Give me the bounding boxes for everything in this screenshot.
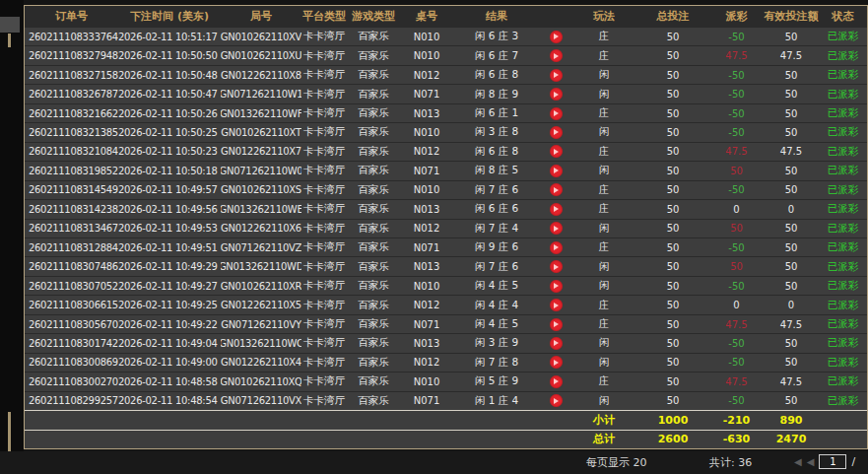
replay-play-button[interactable] [550, 222, 563, 235]
grand-total-spacer [25, 431, 571, 448]
cell-game-type: 百家乐 [347, 123, 400, 141]
replay-play-button[interactable] [550, 88, 563, 101]
cell-game-number: GN013262110WE [221, 200, 301, 218]
cell-bet-time: 2026-02-11 10:50:26 [118, 104, 221, 122]
cell-order-number: 260211108299257 [25, 392, 118, 410]
replay-play-button[interactable] [550, 260, 563, 273]
cell-play-type: 闲 [571, 123, 636, 141]
table-row: 260211108327158 2026-02-11 10:50:48 GN01… [25, 65, 867, 84]
play-icon [554, 244, 559, 250]
cell-game-number: GN012262110X6 [221, 220, 301, 237]
cell-order-number: 260211108300270 [25, 372, 118, 390]
replay-play-button[interactable] [550, 337, 563, 350]
cell-status-badge: 已派彩 [819, 372, 867, 390]
cell-replay [540, 220, 571, 237]
per-page-display: 每页显示 20 [586, 455, 647, 470]
header-payout: 派彩 [709, 6, 764, 27]
replay-play-button[interactable] [550, 394, 563, 407]
replay-play-button[interactable] [550, 126, 563, 139]
cell-result: 闲 7 庄 4 [453, 220, 540, 237]
cell-game-number: GN071262110VZ [221, 238, 301, 256]
replay-play-button[interactable] [550, 31, 563, 43]
cell-valid-bet: 50 [764, 334, 819, 352]
table-header-row: 订单号 下注时间 (美东) 局号 平台类型 游戏类型 桌号 结果 玩法 总投注 … [25, 6, 867, 27]
replay-play-button[interactable] [550, 145, 563, 158]
cell-status-badge: 已派彩 [819, 354, 867, 372]
replay-play-button[interactable] [550, 49, 563, 62]
cell-game-type: 百家乐 [347, 28, 400, 45]
cell-total-bet: 50 [636, 123, 709, 141]
cell-table-number: N013 [400, 334, 453, 352]
cell-total-bet: 50 [636, 143, 709, 161]
cell-play-type: 闲 [571, 334, 636, 352]
cell-play-type: 庄 [571, 28, 636, 45]
replay-play-button[interactable] [550, 107, 563, 120]
cell-result: 闲 7 庄 6 [453, 257, 540, 275]
cell-order-number: 260211108305670 [25, 315, 118, 333]
cell-valid-bet: 47.5 [764, 143, 819, 161]
cell-game-number: GN013262110WF [221, 104, 301, 122]
page-separator: / [851, 455, 855, 468]
cell-order-number: 260211108327158 [25, 66, 118, 84]
prev-page-icon[interactable]: ◀ [807, 457, 815, 467]
cell-game-type: 百家乐 [347, 46, 400, 64]
cell-table-number: N012 [400, 296, 453, 313]
cell-payout: -50 [709, 123, 764, 141]
cell-play-type: 闲 [571, 392, 636, 410]
grand-total-payout: -630 [709, 431, 764, 448]
replay-play-button[interactable] [550, 356, 563, 369]
replay-play-button[interactable] [550, 299, 563, 311]
cell-game-number: GN010262110XT [221, 123, 301, 141]
replay-play-button[interactable] [550, 69, 563, 82]
cell-payout: 47.5 [709, 46, 764, 64]
table-row: 260211108314549 2026-02-11 10:49:57 GN01… [25, 180, 867, 199]
cell-payout: -50 [709, 277, 764, 295]
cell-valid-bet: 0 [764, 200, 819, 218]
table-row: 260211108307486 2026-02-11 10:49:29 GN01… [25, 256, 867, 275]
cell-play-type: 庄 [571, 238, 636, 256]
cell-order-number: 260211108306615 [25, 296, 118, 313]
cell-bet-time: 2026-02-11 10:49:27 [118, 277, 221, 295]
cell-table-number: N010 [400, 46, 453, 64]
table-row: 260211108333764 2026-02-11 10:51:17 GN01… [25, 27, 867, 45]
table-row: 260211108321385 2026-02-11 10:50:25 GN01… [25, 122, 867, 141]
replay-play-button[interactable] [550, 375, 563, 388]
cell-result: 闲 8 庄 9 [453, 85, 540, 102]
play-icon [554, 168, 559, 173]
replay-play-button[interactable] [550, 318, 563, 331]
cell-total-bet: 50 [636, 46, 709, 64]
per-page-value[interactable]: 20 [634, 456, 647, 469]
cell-result: 闲 6 庄 1 [453, 104, 540, 122]
cell-status-badge: 已派彩 [819, 66, 867, 84]
cell-total-bet: 50 [636, 315, 709, 333]
cell-play-type: 闲 [571, 277, 636, 295]
cell-status-badge: 已派彩 [819, 28, 867, 45]
cell-game-type: 百家乐 [347, 296, 400, 313]
table-row: 260211108301742 2026-02-11 10:49:04 GN01… [25, 333, 867, 352]
cell-bet-time: 2026-02-11 10:49:57 [118, 181, 221, 199]
cell-table-number: N010 [400, 123, 453, 141]
cell-bet-time: 2026-02-11 10:50:23 [118, 143, 221, 161]
replay-play-button[interactable] [550, 280, 563, 293]
cell-bet-time: 2026-02-11 10:50:50 [118, 46, 221, 64]
page-input[interactable] [819, 454, 846, 469]
replay-play-button[interactable] [550, 165, 563, 177]
cell-bet-time: 2026-02-11 10:50:25 [118, 123, 221, 141]
cell-valid-bet: 47.5 [764, 315, 819, 333]
play-icon [554, 72, 559, 78]
cell-platform-type: 卡卡湾厅 [301, 257, 347, 275]
cell-game-type: 百家乐 [347, 104, 400, 122]
replay-play-button[interactable] [550, 183, 563, 196]
replay-play-button[interactable] [550, 241, 563, 254]
cell-platform-type: 卡卡湾厅 [301, 277, 347, 295]
cell-game-number: GN010262110XV [221, 28, 301, 45]
first-page-icon[interactable]: ◀ [794, 457, 802, 467]
cell-game-number: GN010262110XS [221, 181, 301, 199]
table-row: 260211108300869 2026-02-11 10:49:00 GN01… [25, 353, 867, 372]
cell-order-number: 260211108312884 [25, 238, 118, 256]
subtotal-total-bet: 1000 [636, 411, 709, 429]
cell-bet-time: 2026-02-11 10:48:54 [118, 392, 221, 410]
pagination-bar: 每页显示 20 共计: 36 ◀ ◀ / [0, 451, 868, 474]
replay-play-button[interactable] [550, 203, 563, 216]
cell-result: 闲 1 庄 4 [453, 392, 540, 410]
